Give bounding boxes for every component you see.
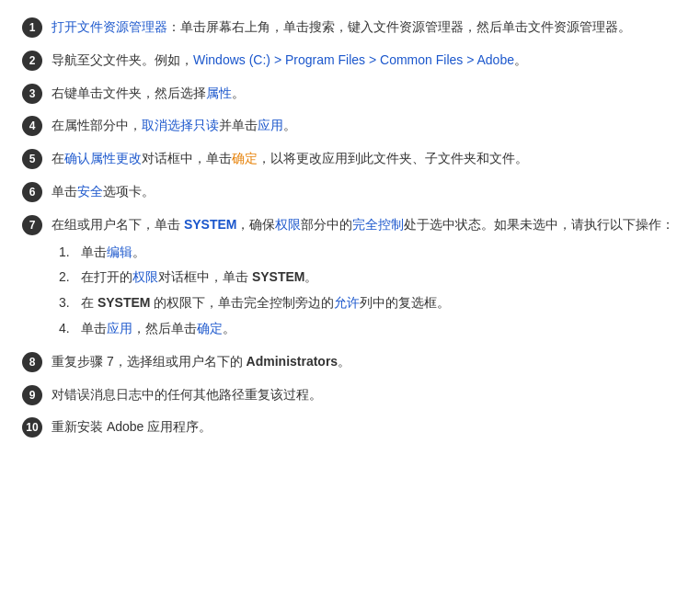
step-content-7: 在组或用户名下，单击 SYSTEM，确保权限部分中的完全控制处于选中状态。如果未… (52, 214, 678, 340)
step-9: 9对错误消息日志中的任何其他路径重复该过程。 (22, 384, 678, 406)
sub-content-1: 单击编辑。 (81, 242, 678, 264)
step-1: 1打开文件资源管理器：单击屏幕右上角，单击搜索，键入文件资源管理器，然后单击文件… (22, 17, 678, 39)
sub-num-4: 4. (59, 318, 74, 340)
step-content-4: 在属性部分中，取消选择只读并单击应用。 (52, 115, 678, 137)
sub-num-1: 1. (59, 242, 74, 264)
step-7-subitem-2: 2.在打开的权限对话框中，单击 SYSTEM。 (59, 267, 678, 289)
step-content-8: 重复步骤 7，选择组或用户名下的 Administrators。 (52, 351, 678, 373)
sub-content-4: 单击应用，然后单击确定。 (81, 318, 678, 340)
sub-num-3: 3. (59, 292, 74, 314)
step-number-9: 9 (22, 385, 42, 405)
step-number-7: 7 (22, 215, 42, 235)
step-7-subitem-1: 1.单击编辑。 (59, 242, 678, 264)
step-8: 8重复步骤 7，选择组或用户名下的 Administrators。 (22, 351, 678, 373)
step-7: 7在组或用户名下，单击 SYSTEM，确保权限部分中的完全控制处于选中状态。如果… (22, 214, 678, 340)
step-number-8: 8 (22, 352, 42, 372)
step-5: 5在确认属性更改对话框中，单击确定，以将更改应用到此文件夹、子文件夹和文件。 (22, 148, 678, 170)
step-4: 4在属性部分中，取消选择只读并单击应用。 (22, 115, 678, 137)
step-6: 6单击安全选项卡。 (22, 181, 678, 203)
step-number-2: 2 (22, 51, 42, 71)
steps-list: 1打开文件资源管理器：单击屏幕右上角，单击搜索，键入文件资源管理器，然后单击文件… (22, 17, 678, 449)
step-7-sublist: 1.单击编辑。2.在打开的权限对话框中，单击 SYSTEM。3.在 SYSTEM… (59, 242, 678, 340)
sub-num-2: 2. (59, 267, 74, 289)
step-7-subitem-3: 3.在 SYSTEM 的权限下，单击完全控制旁边的允许列中的复选框。 (59, 292, 678, 314)
sub-content-3: 在 SYSTEM 的权限下，单击完全控制旁边的允许列中的复选框。 (81, 292, 678, 314)
step-content-3: 右键单击文件夹，然后选择属性。 (52, 83, 678, 105)
step-content-1: 打开文件资源管理器：单击屏幕右上角，单击搜索，键入文件资源管理器，然后单击文件资… (52, 17, 678, 39)
step-number-5: 5 (22, 149, 42, 169)
step-3: 3右键单击文件夹，然后选择属性。 (22, 83, 678, 105)
step-number-3: 3 (22, 84, 42, 104)
step-7-subitem-4: 4.单击应用，然后单击确定。 (59, 318, 678, 340)
step-number-10: 10 (22, 417, 42, 438)
step-number-4: 4 (22, 116, 42, 136)
step-number-1: 1 (22, 17, 42, 38)
step-content-2: 导航至父文件夹。例如，Windows (C:) > Program Files … (52, 50, 678, 72)
step-content-5: 在确认属性更改对话框中，单击确定，以将更改应用到此文件夹、子文件夹和文件。 (52, 148, 678, 170)
step-10: 10重新安装 Adobe 应用程序。 (22, 416, 678, 438)
sub-content-2: 在打开的权限对话框中，单击 SYSTEM。 (81, 267, 678, 289)
step-content-10: 重新安装 Adobe 应用程序。 (52, 416, 678, 438)
step-content-9: 对错误消息日志中的任何其他路径重复该过程。 (52, 384, 678, 406)
step-number-6: 6 (22, 182, 42, 202)
step-content-6: 单击安全选项卡。 (52, 181, 678, 203)
step-2: 2导航至父文件夹。例如，Windows (C:) > Program Files… (22, 50, 678, 72)
